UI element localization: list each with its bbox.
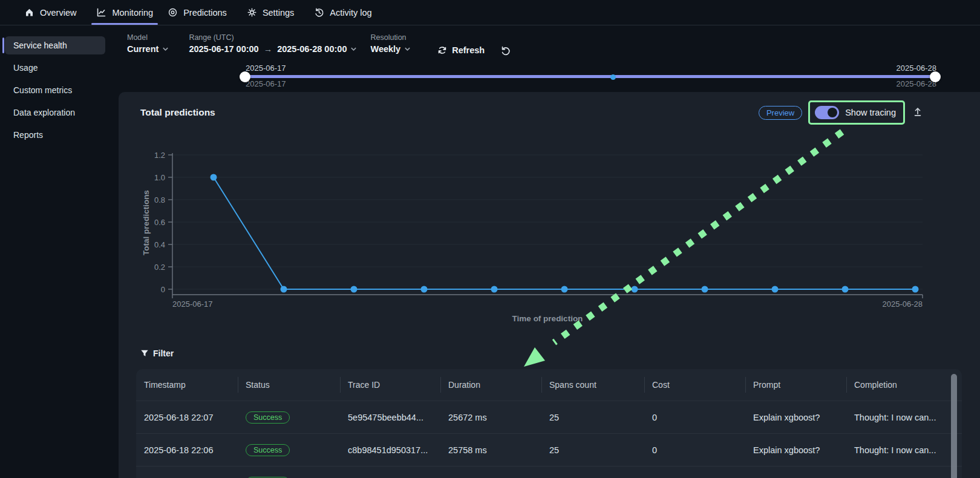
nav-item-monitoring[interactable]: Monitoring <box>89 0 160 25</box>
column-divider <box>238 377 238 393</box>
active-tab-underline <box>91 23 158 25</box>
column-header-label: Spans count <box>549 380 596 390</box>
slider-track[interactable] <box>243 75 939 78</box>
chevron-down-icon <box>404 47 411 51</box>
sidebar-item-label: Data exploration <box>13 108 75 117</box>
funnel-icon <box>140 349 149 358</box>
top-navigation: Overview Monitoring Predictions Settings… <box>0 0 980 25</box>
resolution-dropdown[interactable]: Weekly <box>370 44 411 54</box>
chart-icon <box>96 7 106 18</box>
column-header-status[interactable]: Status <box>238 369 340 401</box>
restore-icon <box>500 45 511 56</box>
nav-item-label: Activity log <box>330 8 371 18</box>
cell-completion: Thought: I now can... <box>846 445 962 455</box>
slider-start-label-dim: 2025-06-17 <box>246 79 286 88</box>
column-header-duration[interactable]: Duration <box>440 369 541 401</box>
model-control: Model Current <box>127 33 169 54</box>
svg-text:1.0: 1.0 <box>154 173 165 182</box>
column-header-cost[interactable]: Cost <box>644 369 745 401</box>
cell-duration: 25672 ms <box>440 413 541 422</box>
export-button[interactable] <box>912 106 923 119</box>
slider-handle-end[interactable] <box>930 71 941 82</box>
column-header-trace_id[interactable]: Trace ID <box>340 369 440 401</box>
preview-badge[interactable]: Preview <box>759 106 802 120</box>
column-divider <box>440 377 441 393</box>
column-divider <box>644 377 645 393</box>
range-control: Range (UTC) 2025-06-17 00:00 → 2025-06-2… <box>189 33 357 54</box>
table-body: 2025-06-18 22:07Success5e95475beebb44...… <box>136 401 962 478</box>
svg-text:0: 0 <box>161 285 165 294</box>
nav-item-predictions[interactable]: Predictions <box>160 0 240 25</box>
sidebar-item-label: Reports <box>13 130 43 140</box>
active-item-bar <box>2 38 4 53</box>
sidebar-item-usage[interactable]: Usage <box>5 59 105 77</box>
restore-button[interactable] <box>500 45 511 57</box>
gear-icon <box>247 7 257 18</box>
total-predictions-line-chart: 00.20.40.60.81.01.22025-06-172025-06-28T… <box>139 149 944 330</box>
column-header-label: Status <box>246 380 270 390</box>
column-header-timestamp[interactable]: Timestamp <box>136 369 238 401</box>
table-row[interactable]: Success <box>136 466 962 478</box>
model-value: Current <box>127 44 158 54</box>
cell-status: Success <box>238 411 340 424</box>
refresh-label: Refresh <box>452 45 485 55</box>
range-dropdown[interactable]: 2025-06-17 00:00 → 2025-06-28 00:00 <box>189 44 357 54</box>
sidebar-item-label: Usage <box>13 63 38 73</box>
cell-trace_id: 5e95475beebb44... <box>340 413 440 422</box>
nav-item-settings[interactable]: Settings <box>240 0 307 25</box>
column-header-completion[interactable]: Completion <box>846 369 962 401</box>
slider-end-label: 2025-06-28 <box>897 64 937 73</box>
status-badge: Success <box>246 444 290 456</box>
column-header-label: Prompt <box>753 380 780 390</box>
svg-text:2025-06-17: 2025-06-17 <box>172 300 213 309</box>
target-icon <box>168 7 178 18</box>
cell-cost: 0 <box>644 413 745 422</box>
svg-text:0.2: 0.2 <box>154 263 165 272</box>
refresh-button[interactable]: Refresh <box>437 45 485 55</box>
nav-item-activity-log[interactable]: Activity log <box>307 0 384 25</box>
svg-text:0.8: 0.8 <box>154 195 165 205</box>
chart-title: Total predictions <box>140 107 215 118</box>
range-arrow: → <box>263 44 274 54</box>
chart-header: Total predictions Preview Show tracing <box>119 92 980 125</box>
table-row[interactable]: 2025-06-18 22:07Success5e95475beebb44...… <box>136 401 962 433</box>
column-header-spans_count[interactable]: Spans count <box>541 369 644 401</box>
column-divider <box>340 377 341 393</box>
table-scrollbar[interactable] <box>951 374 957 478</box>
model-dropdown[interactable]: Current <box>127 44 169 54</box>
svg-text:Total predictions: Total predictions <box>142 190 151 255</box>
sidebar-item-data-exploration[interactable]: Data exploration <box>5 103 105 122</box>
table-row[interactable]: 2025-06-18 22:06Successc8b98451d950317..… <box>136 433 962 466</box>
slider-end-label-dim: 2025-06-28 <box>897 79 937 88</box>
resolution-control: Resolution Weekly <box>370 33 411 54</box>
chevron-down-icon <box>162 47 169 51</box>
range-start: 2025-06-17 00:00 <box>189 44 258 54</box>
cell-timestamp: 2025-06-18 22:07 <box>136 413 238 422</box>
sidebar-item-service-health[interactable]: Service health <box>5 36 105 54</box>
column-header-label: Completion <box>854 380 897 390</box>
sidebar-item-custom-metrics[interactable]: Custom metrics <box>5 81 105 99</box>
column-divider <box>541 377 542 393</box>
sidebar-item-label: Service health <box>13 41 67 50</box>
cell-spans_count: 25 <box>541 445 644 455</box>
show-tracing-toggle[interactable] <box>815 106 839 119</box>
filter-button[interactable]: Filter <box>140 349 174 358</box>
chevron-down-icon <box>350 47 357 51</box>
cell-cost: 0 <box>644 445 745 455</box>
column-header-label: Trace ID <box>348 380 380 390</box>
nav-item-overview[interactable]: Overview <box>17 0 89 25</box>
nav-item-label: Predictions <box>183 8 227 18</box>
sidebar-item-reports[interactable]: Reports <box>5 126 105 144</box>
column-header-prompt[interactable]: Prompt <box>745 369 846 401</box>
slider-handle-start[interactable] <box>240 71 250 82</box>
column-header-label: Cost <box>652 380 670 390</box>
column-divider <box>846 377 847 393</box>
show-tracing-label: Show tracing <box>845 108 896 117</box>
status-badge: Success <box>246 411 290 424</box>
svg-text:0.4: 0.4 <box>154 240 165 249</box>
slider-start-label: 2025-06-17 <box>246 64 286 73</box>
history-icon <box>314 7 324 18</box>
svg-text:0.6: 0.6 <box>154 218 165 227</box>
annotation-highlight-box: Show tracing <box>808 100 905 125</box>
cell-trace_id: c8b98451d950317... <box>340 445 440 455</box>
